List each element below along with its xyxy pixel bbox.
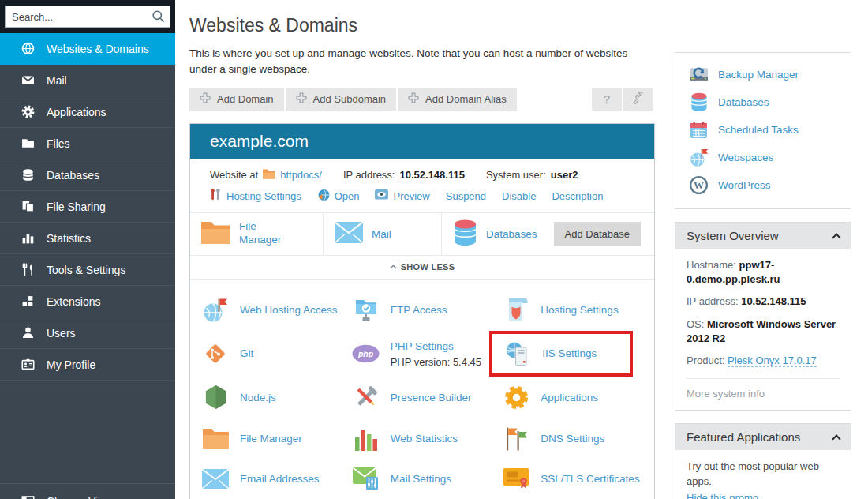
gear-icon: [21, 105, 35, 118]
folder-orange-icon: [201, 428, 230, 449]
disable-link[interactable]: Disable: [502, 190, 536, 202]
sidebar-item-label: Applications: [47, 106, 107, 118]
page-title: Websites & Domains: [189, 15, 655, 36]
system-user-label: System user:: [486, 169, 546, 181]
sidebar-item-label: Websites & Domains: [47, 43, 149, 55]
envelope-blue-icon: [201, 469, 230, 489]
grid-item-label: PHP Settings: [391, 340, 454, 352]
sidebar-item-label: Files: [47, 137, 70, 150]
sidebar-item-extensions[interactable]: Extensions: [0, 286, 175, 317]
grid-item-dns-settings[interactable]: DNS Settings: [497, 418, 648, 460]
quick-links-panel: Backup Manager Databases Scheduled Tasks…: [675, 52, 851, 209]
id-card-icon: [21, 358, 35, 371]
databases-label[interactable]: Databases: [486, 228, 537, 240]
sidebar-item-websites-domains[interactable]: Websites & Domains: [0, 33, 175, 65]
change-view-label: Change View: [47, 495, 112, 499]
sidebar-item-label: Statistics: [47, 232, 91, 245]
add-database-button[interactable]: Add Database: [554, 222, 641, 246]
grid-item-email-addresses[interactable]: Email Addresses: [196, 460, 347, 499]
hide-promo-link[interactable]: Hide this promo: [687, 492, 758, 499]
sidebar-item-applications[interactable]: Applications: [0, 96, 175, 128]
domain-actions-row: Hosting Settings Open Preview Suspend Di…: [190, 182, 654, 212]
grid-item-label: Email Addresses: [240, 473, 320, 485]
product-version-link[interactable]: Plesk Onyx 17.0.17: [728, 355, 817, 367]
add-domain-button[interactable]: Add Domain: [189, 88, 284, 111]
suspend-link[interactable]: Suspend: [446, 190, 486, 202]
chevron-up-icon: [390, 265, 397, 269]
grid-item-label: Presence Builder: [391, 392, 472, 403]
os-value: Microsoft Windows Server 2012 R2: [687, 318, 836, 344]
toolbar: Add Domain Add Subdomain Add Domain Alia…: [189, 88, 655, 111]
grid-item-nodejs[interactable]: Node.js: [196, 377, 347, 418]
sidebar-item-files[interactable]: Files: [0, 128, 175, 159]
grid-item-git[interactable]: Git: [196, 331, 347, 377]
sidebar-item-databases[interactable]: Databases: [0, 159, 175, 191]
open-link[interactable]: Open: [335, 190, 360, 202]
more-system-info-line: More system info: [687, 378, 840, 400]
change-view-button[interactable]: Change View: [0, 483, 175, 499]
sidebar-item-label: Tools & Settings: [47, 264, 125, 276]
quick-link-label: Backup Manager: [718, 69, 799, 81]
grid-item-file-manager[interactable]: File Manager: [196, 418, 347, 460]
add-domain-label: Add Domain: [217, 93, 274, 105]
add-domain-alias-button[interactable]: Add Domain Alias: [398, 88, 517, 111]
grid-item-mail-settings[interactable]: Mail Settings: [347, 460, 498, 499]
sidebar-item-file-sharing[interactable]: File Sharing: [0, 191, 175, 223]
grid-item-hosting-settings[interactable]: Hosting Settings: [497, 289, 648, 331]
sidebar-item-mail[interactable]: Mail: [0, 65, 175, 96]
sidebar-item-label: Databases: [47, 169, 99, 182]
grid-item-web-hosting-access[interactable]: Web Hosting Access: [196, 289, 347, 331]
quick-link-backup-manager[interactable]: Backup Manager: [675, 61, 851, 88]
wrench-icon: [632, 92, 645, 107]
add-subdomain-button[interactable]: Add Subdomain: [286, 88, 397, 111]
grid-item-web-statistics[interactable]: Web Statistics: [347, 418, 498, 460]
grid-item-ssl-certificates[interactable]: SSL/TLS Certificates: [497, 460, 648, 499]
stats-bars-icon: [352, 427, 380, 451]
sidebar-item-label: My Profile: [47, 358, 95, 371]
docroot-link[interactable]: httpdocs/: [280, 169, 322, 181]
scroll-shield-icon: [502, 297, 530, 322]
hostname-line: Hostname: ppw17-0.demo.pp.plesk.ru: [687, 258, 840, 287]
databases-shortcut: Databases Add Database: [441, 213, 654, 255]
featured-applications-panel: Featured Applications Try out the most p…: [675, 423, 851, 499]
domain-info-row: Website at httpdocs/ IP address: 10.52.1…: [190, 159, 654, 182]
mail-shortcut[interactable]: Mail: [323, 213, 441, 255]
show-less-toggle[interactable]: SHOW LESS: [190, 255, 654, 280]
more-system-info-link[interactable]: More system info: [687, 388, 765, 400]
add-domain-alias-label: Add Domain Alias: [425, 93, 507, 105]
quick-link-scheduled-tasks[interactable]: Scheduled Tasks: [675, 116, 851, 144]
search-icon[interactable]: [152, 9, 166, 27]
description-link[interactable]: Description: [552, 190, 603, 202]
hostname-label: Hostname:: [687, 259, 736, 271]
sidebar-item-users[interactable]: Users: [0, 317, 175, 349]
search-input[interactable]: [5, 6, 170, 28]
grid-item-php-settings[interactable]: php PHP Settings PHP version: 5.4.45: [347, 331, 498, 377]
featured-applications-header[interactable]: Featured Applications: [675, 424, 851, 450]
quick-link-webspaces[interactable]: Webspaces: [675, 144, 851, 171]
sidebar-item-statistics[interactable]: Statistics: [0, 223, 175, 254]
settings-wrench-button[interactable]: [623, 88, 653, 111]
grid-item-label: Applications: [541, 392, 598, 403]
panel-title: System Overview: [687, 229, 779, 242]
grid-item-applications[interactable]: Applications: [497, 377, 648, 418]
page-edge-divider: [851, 0, 851, 499]
preview-link[interactable]: Preview: [393, 190, 429, 202]
hosting-settings-link[interactable]: Hosting Settings: [226, 190, 301, 202]
domain-card: example.com Website at httpdocs/ IP addr…: [189, 123, 655, 499]
file-manager-shortcut[interactable]: File Manager: [190, 213, 323, 255]
sidebar-item-tools-settings[interactable]: Tools & Settings: [0, 254, 175, 286]
system-overview-header[interactable]: System Overview: [675, 223, 851, 249]
grid-item-iis-settings[interactable]: IIS Settings: [497, 331, 648, 377]
grid-item-presence-builder[interactable]: Presence Builder: [347, 377, 498, 418]
help-button[interactable]: ?: [592, 88, 622, 111]
grid-item-label: IIS Settings: [542, 347, 597, 359]
file-sharing-icon: [21, 200, 35, 213]
quick-link-databases[interactable]: Databases: [675, 88, 851, 116]
sidebar-nav: Websites & Domains Mail Applications Fil…: [0, 33, 175, 381]
grid-item-label: Git: [240, 347, 253, 359]
sidebar-item-my-profile[interactable]: My Profile: [0, 349, 175, 381]
grid-item-ftp-access[interactable]: FTP Access: [347, 289, 498, 331]
quick-link-wordpress[interactable]: W WordPress: [675, 171, 851, 199]
website-at-label: Website at: [210, 169, 258, 181]
ip-line: IP address: 10.52.148.115: [687, 295, 840, 309]
